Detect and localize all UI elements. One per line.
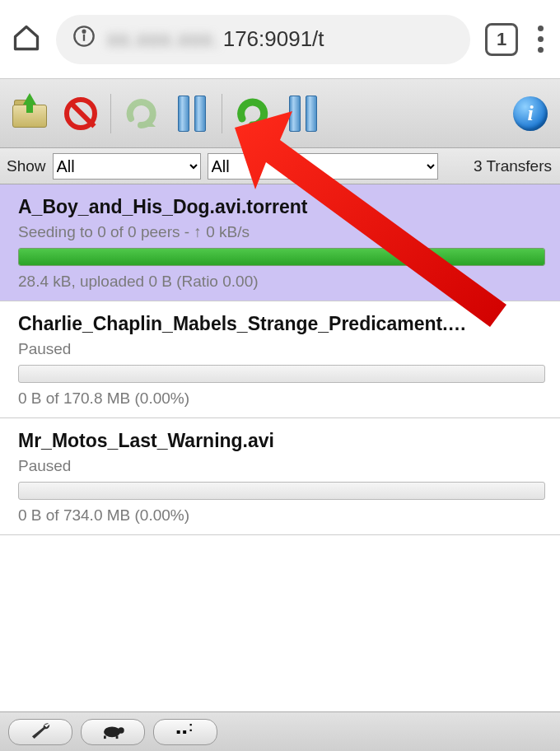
svg-rect-7 xyxy=(104,735,106,739)
torrent-footer: 28.4 kB, uploaded 0 B (Ratio 0.00) xyxy=(18,273,545,291)
compact-view-icon: ▪▪: xyxy=(176,725,195,739)
pause-icon xyxy=(178,96,206,132)
torrent-footer: 0 B of 170.8 MB (0.00%) xyxy=(18,389,545,408)
separator xyxy=(222,94,222,133)
open-torrent-button[interactable] xyxy=(7,92,53,135)
torrent-footer: 0 B of 734.0 MB (0.00%) xyxy=(18,506,545,525)
svg-point-5 xyxy=(104,726,120,737)
info-icon: i xyxy=(513,96,548,131)
tracker-filter-select[interactable]: All xyxy=(208,153,438,180)
torrent-row[interactable]: Charlie_Chaplin_Mabels_Strange_Predicame… xyxy=(0,301,560,418)
torrent-status: Seeding to 0 of 0 peers - ↑ 0 kB/s xyxy=(18,223,545,241)
compact-view-button[interactable]: ▪▪: xyxy=(153,719,217,745)
remove-icon xyxy=(64,97,97,130)
separator xyxy=(110,94,111,133)
tab-switcher-button[interactable]: 1 xyxy=(485,23,518,56)
tab-count-label: 1 xyxy=(497,29,506,50)
settings-button[interactable] xyxy=(8,719,72,745)
torrent-title: A_Boy_and_His_Dog.avi.torrent xyxy=(18,196,545,218)
svg-rect-8 xyxy=(116,735,119,739)
torrent-list: A_Boy_and_His_Dog.avi.torrentSeeding to … xyxy=(0,184,560,535)
wrench-icon xyxy=(28,721,53,743)
toolbar: i xyxy=(0,79,560,148)
progress-bar xyxy=(18,365,545,383)
site-info-icon[interactable] xyxy=(72,25,96,54)
status-filter-select[interactable]: All xyxy=(53,153,201,180)
overflow-menu-icon[interactable] xyxy=(533,26,548,53)
url-visible: 176:9091/t xyxy=(223,26,324,52)
torrent-status: Paused xyxy=(18,340,545,358)
torrent-title: Charlie_Chaplin_Mabels_Strange_Predicame… xyxy=(18,313,545,335)
torrent-row[interactable]: A_Boy_and_His_Dog.avi.torrentSeeding to … xyxy=(0,184,560,301)
pause-icon xyxy=(289,96,317,132)
folder-open-icon xyxy=(12,100,47,128)
pause-all-button[interactable] xyxy=(280,92,326,135)
torrent-row[interactable]: Mr_Motos_Last_Warning.aviPaused0 B of 73… xyxy=(0,418,560,535)
url-obscured: xx.xxx.xxx. xyxy=(107,26,220,52)
progress-bar xyxy=(18,482,545,500)
start-all-button[interactable] xyxy=(229,92,275,135)
pause-torrent-button[interactable] xyxy=(169,92,215,135)
torrent-status: Paused xyxy=(18,457,545,475)
status-bar: ▪▪: xyxy=(0,711,560,751)
start-arrow-icon xyxy=(124,97,157,130)
progress-bar xyxy=(18,248,545,266)
address-bar[interactable]: xx.xxx.xxx. 176:9091/t xyxy=(56,15,470,64)
home-icon[interactable] xyxy=(12,23,41,56)
turtle-mode-button[interactable] xyxy=(81,719,145,745)
start-all-arrow-icon xyxy=(236,97,268,130)
browser-chrome: xx.xxx.xxx. 176:9091/t 1 xyxy=(0,0,560,79)
transfer-count: 3 Transfers xyxy=(465,157,560,175)
svg-point-2 xyxy=(83,30,86,33)
turtle-icon xyxy=(100,721,125,743)
torrent-title: Mr_Motos_Last_Warning.avi xyxy=(18,430,545,452)
start-torrent-button[interactable] xyxy=(118,92,164,135)
svg-point-6 xyxy=(118,727,124,733)
show-label: Show xyxy=(7,157,46,175)
filter-bar: Show All All 3 Transfers xyxy=(0,148,560,184)
remove-torrent-button[interactable] xyxy=(58,92,104,135)
inspector-button[interactable]: i xyxy=(507,92,553,135)
